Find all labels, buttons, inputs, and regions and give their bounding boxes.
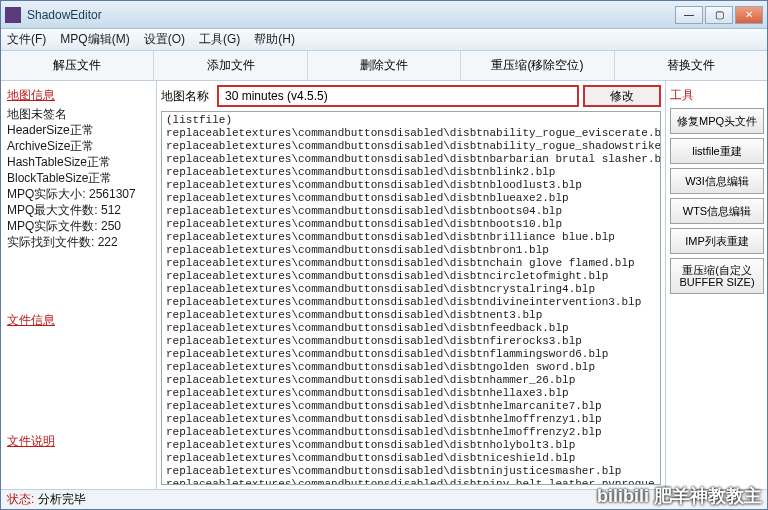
window-title: ShadowEditor <box>27 8 675 22</box>
list-item[interactable]: replaceabletextures\commandbuttonsdisabl… <box>166 413 656 426</box>
menu-tools[interactable]: 工具(G) <box>199 31 240 48</box>
menu-help[interactable]: 帮助(H) <box>254 31 295 48</box>
replace-button[interactable]: 替换文件 <box>615 51 767 80</box>
right-panel: 工具 修复MPQ头文件 listfile重建 W3I信息编辑 WTS信息编辑 I… <box>665 81 767 489</box>
map-info-line: 实际找到文件数: 222 <box>7 234 150 250</box>
menu-settings[interactable]: 设置(O) <box>144 31 185 48</box>
recompress-button[interactable]: 重压缩(移除空位) <box>461 51 614 80</box>
list-item[interactable]: replaceabletextures\commandbuttonsdisabl… <box>166 192 656 205</box>
app-icon <box>5 7 21 23</box>
list-item[interactable]: replaceabletextures\commandbuttonsdisabl… <box>166 387 656 400</box>
list-item[interactable]: replaceabletextures\commandbuttonsdisabl… <box>166 127 656 140</box>
file-info-header: 文件信息 <box>7 312 150 329</box>
status-text: 分析完毕 <box>38 491 86 508</box>
main-body: 地图信息 地图未签名HeaderSize正常ArchiveSize正常HashT… <box>1 81 767 489</box>
map-name-row: 地图名称 修改 <box>157 81 665 111</box>
list-item[interactable]: replaceabletextures\commandbuttonsdisabl… <box>166 309 656 322</box>
list-item[interactable]: replaceabletextures\commandbuttonsdisabl… <box>166 335 656 348</box>
file-desc-header: 文件说明 <box>7 433 150 450</box>
add-button[interactable]: 添加文件 <box>154 51 307 80</box>
list-item[interactable]: replaceabletextures\commandbuttonsdisabl… <box>166 257 656 270</box>
toolbar: 解压文件 添加文件 删除文件 重压缩(移除空位) 替换文件 <box>1 51 767 81</box>
menu-mpq-edit[interactable]: MPQ编辑(M) <box>60 31 129 48</box>
list-item[interactable]: replaceabletextures\commandbuttonsdisabl… <box>166 270 656 283</box>
wts-edit-button[interactable]: WTS信息编辑 <box>670 198 764 224</box>
menubar: 文件(F) MPQ编辑(M) 设置(O) 工具(G) 帮助(H) <box>1 29 767 51</box>
maximize-button[interactable]: ▢ <box>705 6 733 24</box>
list-item[interactable]: replaceabletextures\commandbuttonsdisabl… <box>166 478 656 485</box>
app-window: ShadowEditor — ▢ ✕ 文件(F) MPQ编辑(M) 设置(O) … <box>0 0 768 510</box>
list-item[interactable]: replaceabletextures\commandbuttonsdisabl… <box>166 374 656 387</box>
imp-rebuild-button[interactable]: IMP列表重建 <box>670 228 764 254</box>
statusbar: 状态: 分析完毕 <box>1 489 767 509</box>
status-label: 状态: <box>7 491 34 508</box>
list-item[interactable]: (listfile) <box>166 114 656 127</box>
file-listbox[interactable]: (listfile)replaceabletextures\commandbut… <box>161 111 661 485</box>
list-item[interactable]: replaceabletextures\commandbuttonsdisabl… <box>166 426 656 439</box>
recompress-custom-button[interactable]: 重压缩(自定义BUFFER SIZE) <box>670 258 764 294</box>
list-item[interactable]: replaceabletextures\commandbuttonsdisabl… <box>166 452 656 465</box>
modify-button[interactable]: 修改 <box>583 85 661 107</box>
list-item[interactable]: replaceabletextures\commandbuttonsdisabl… <box>166 179 656 192</box>
list-item[interactable]: replaceabletextures\commandbuttonsdisabl… <box>166 283 656 296</box>
list-item[interactable]: replaceabletextures\commandbuttonsdisabl… <box>166 296 656 309</box>
list-item[interactable]: replaceabletextures\commandbuttonsdisabl… <box>166 166 656 179</box>
list-item[interactable]: replaceabletextures\commandbuttonsdisabl… <box>166 153 656 166</box>
map-info-line: ArchiveSize正常 <box>7 138 150 154</box>
map-info-line: 地图未签名 <box>7 106 150 122</box>
list-item[interactable]: replaceabletextures\commandbuttonsdisabl… <box>166 205 656 218</box>
map-name-label: 地图名称 <box>161 88 209 105</box>
map-info-line: MPQ实际大小: 2561307 <box>7 186 150 202</box>
fix-mpq-header-button[interactable]: 修复MPQ头文件 <box>670 108 764 134</box>
map-info-line: MPQ最大文件数: 512 <box>7 202 150 218</box>
listfile-rebuild-button[interactable]: listfile重建 <box>670 138 764 164</box>
list-item[interactable]: replaceabletextures\commandbuttonsdisabl… <box>166 244 656 257</box>
tools-header: 工具 <box>670 87 763 104</box>
map-name-input[interactable] <box>217 85 579 107</box>
minimize-button[interactable]: — <box>675 6 703 24</box>
delete-button[interactable]: 删除文件 <box>308 51 461 80</box>
list-item[interactable]: replaceabletextures\commandbuttonsdisabl… <box>166 322 656 335</box>
list-item[interactable]: replaceabletextures\commandbuttonsdisabl… <box>166 465 656 478</box>
map-info-line: HeaderSize正常 <box>7 122 150 138</box>
list-item[interactable]: replaceabletextures\commandbuttonsdisabl… <box>166 400 656 413</box>
list-item[interactable]: replaceabletextures\commandbuttonsdisabl… <box>166 361 656 374</box>
w3i-edit-button[interactable]: W3I信息编辑 <box>670 168 764 194</box>
map-info-header: 地图信息 <box>7 87 150 104</box>
list-item[interactable]: replaceabletextures\commandbuttonsdisabl… <box>166 218 656 231</box>
close-button[interactable]: ✕ <box>735 6 763 24</box>
list-item[interactable]: replaceabletextures\commandbuttonsdisabl… <box>166 348 656 361</box>
titlebar[interactable]: ShadowEditor — ▢ ✕ <box>1 1 767 29</box>
center-panel: 地图名称 修改 (listfile)replaceabletextures\co… <box>157 81 665 489</box>
window-controls: — ▢ ✕ <box>675 6 763 24</box>
list-item[interactable]: replaceabletextures\commandbuttonsdisabl… <box>166 231 656 244</box>
map-info-line: BlockTableSize正常 <box>7 170 150 186</box>
left-panel: 地图信息 地图未签名HeaderSize正常ArchiveSize正常HashT… <box>1 81 157 489</box>
map-info-line: MPQ实际文件数: 250 <box>7 218 150 234</box>
list-item[interactable]: replaceabletextures\commandbuttonsdisabl… <box>166 439 656 452</box>
extract-button[interactable]: 解压文件 <box>1 51 154 80</box>
list-item[interactable]: replaceabletextures\commandbuttonsdisabl… <box>166 140 656 153</box>
menu-file[interactable]: 文件(F) <box>7 31 46 48</box>
map-info-line: HashTableSize正常 <box>7 154 150 170</box>
